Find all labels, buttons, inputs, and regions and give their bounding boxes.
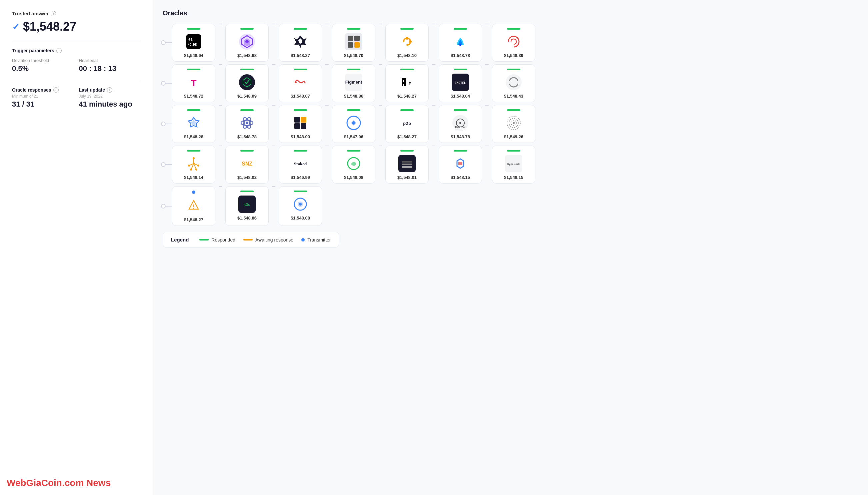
oracle-row-1: T $1,548.72 $1,548.09 $1,548.07 Figment … <box>163 64 859 102</box>
oracle-price-2-5: $1,548.78 <box>451 134 470 139</box>
oracle-card-2-2[interactable]: $1,548.00 <box>279 105 322 143</box>
oracle-card-0-5[interactable]: $1,548.78 <box>439 24 482 62</box>
svg-text:Staked: Staked <box>294 161 307 166</box>
oracle-card-1-0[interactable]: T $1,548.72 <box>172 64 215 102</box>
oracle-card-0-1[interactable]: $1,548.68 <box>226 24 269 62</box>
last-update: Last update i July 19, 2022 41 minutes a… <box>79 87 141 108</box>
last-update-info-icon[interactable]: i <box>107 87 112 92</box>
oracle-card-3-3[interactable]: $1,548.08 <box>332 146 375 184</box>
oracle-card-0-3[interactable]: $1,548.70 <box>332 24 375 62</box>
params-grid: Deviation threshold 0.5% Heartbeat 00 : … <box>12 58 141 73</box>
oracle-card-4-1[interactable]: t3c $1,548.86 <box>226 186 269 226</box>
oracle-card-0-0[interactable]: 01 NO.DE $1,548.64 <box>172 24 215 62</box>
svg-point-52 <box>352 121 355 124</box>
svg-rect-12 <box>348 42 353 48</box>
trusted-value: ✓ $1,548.27 <box>12 20 141 34</box>
status-bar <box>187 150 200 152</box>
deviation-label: Deviation threshold <box>12 58 74 63</box>
card-connector <box>272 24 276 24</box>
oracle-card-2-3[interactable]: $1,547.96 <box>332 105 375 143</box>
oracle-card-0-2[interactable]: $1,548.27 <box>279 24 322 62</box>
oracle-logo-starfish <box>185 155 202 172</box>
oracle-card-2-0[interactable]: $1,548.28 <box>172 105 215 143</box>
oracle-price-2-2: $1,548.00 <box>291 134 310 139</box>
oracle-card-2-6[interactable]: $1,549.26 <box>492 105 535 143</box>
oracle-row-0: 01 NO.DE $1,548.64 $1,548.68 $1,548.27 $… <box>163 24 859 62</box>
status-bar <box>400 69 414 70</box>
card-connector <box>326 64 329 65</box>
legend-label: Legend <box>171 237 189 242</box>
oracle-logo-crypto1 <box>238 74 256 91</box>
svg-point-73 <box>195 169 197 171</box>
oracle-card-1-6[interactable]: $1,548.43 <box>492 64 535 102</box>
oracle-price-3-1: $1,548.02 <box>237 175 257 180</box>
heartbeat-param: Heartbeat 00 : 18 : 13 <box>79 58 141 73</box>
oracle-card-1-4[interactable]: F $1,548.27 <box>385 64 429 102</box>
oracle-card-3-6[interactable]: SyncNode $1,548.15 <box>492 146 535 184</box>
oracle-price-2-6: $1,549.26 <box>504 134 523 139</box>
svg-text:p2p: p2p <box>403 121 411 126</box>
oracle-price-2-0: $1,548.28 <box>184 134 203 139</box>
transmitter-dot <box>192 190 195 194</box>
oracle-card-1-1[interactable]: $1,548.09 <box>226 64 269 102</box>
card-connector <box>485 64 489 65</box>
oracle-card-3-4[interactable]: $1,548.01 <box>385 146 429 184</box>
oracle-price-3-4: $1,548.01 <box>397 175 417 180</box>
svg-text:SNZ: SNZ <box>242 161 252 167</box>
legend-green-icon <box>199 239 208 240</box>
card-connector <box>432 146 435 146</box>
oracle-price-2-1: $1,548.78 <box>237 134 257 139</box>
oracle-card-0-6[interactable]: $1,548.39 <box>492 24 535 62</box>
status-bar <box>454 150 467 152</box>
status-bar <box>507 150 520 152</box>
oracle-card-4-2[interactable]: $1,548.08 <box>279 186 322 226</box>
oracle-price-0-3: $1,548.70 <box>344 53 363 58</box>
card-connector <box>432 105 435 106</box>
oracle-card-1-3[interactable]: Figment $1,548.86 <box>332 64 375 102</box>
card-connector <box>219 24 222 24</box>
oracle-responses-info-icon[interactable]: i <box>53 87 59 92</box>
oracle-card-1-2[interactable]: $1,548.07 <box>279 64 322 102</box>
oracle-card-0-4[interactable]: $1,548.10 <box>385 24 429 62</box>
oracle-card-3-0[interactable]: $1,548.14 <box>172 146 215 184</box>
legend-transmitter-text: Transmitter <box>307 237 331 242</box>
oracle-logo-linkpool <box>398 33 416 50</box>
oracle-card-4-0[interactable]: $1,548.27 <box>172 186 215 226</box>
legend-bar: Legend Responded Awaiting response Trans… <box>163 232 339 248</box>
status-bar <box>294 28 307 30</box>
oracle-logo-prophet: Prophet <box>452 114 469 132</box>
status-bar <box>507 109 520 111</box>
oracle-card-2-4[interactable]: p2p $1,548.27 <box>385 105 429 143</box>
oracle-logo-protofire <box>452 33 469 50</box>
svg-text:01: 01 <box>188 38 193 42</box>
trigger-params-info-icon[interactable]: i <box>56 48 62 53</box>
oracle-card-2-5[interactable]: Prophet $1,548.78 <box>439 105 482 143</box>
svg-point-25 <box>295 81 297 83</box>
svg-point-15 <box>406 37 408 40</box>
oracle-card-3-5[interactable]: $1,548.15 <box>439 146 482 184</box>
card-connector <box>379 24 382 24</box>
oracles-title: Oracles <box>163 9 859 17</box>
oracle-logo-coinone <box>505 74 522 91</box>
trusted-price: $1,548.27 <box>23 20 76 34</box>
oracle-logo-t3chn0: t3c <box>238 195 256 213</box>
left-panel: Trusted answer i ✓ $1,548.27 Trigger par… <box>0 0 153 495</box>
svg-text:SyncNode: SyncNode <box>507 163 520 166</box>
oracle-logo-figment: Figment <box>345 74 362 91</box>
svg-rect-11 <box>354 36 360 41</box>
last-update-text: Last update <box>79 87 105 92</box>
oracle-logo-layer2 <box>398 155 416 172</box>
oracle-card-1-5[interactable]: INOTEL $1,548.04 <box>439 64 482 102</box>
status-bar <box>294 190 307 192</box>
right-panel: Oracles 01 NO.DE $1,548.64 $1,548.68 $1,… <box>153 0 868 495</box>
status-bar <box>187 28 200 30</box>
oracle-price-1-2: $1,548.07 <box>291 93 310 99</box>
oracle-card-3-2[interactable]: Staked $1,546.99 <box>279 146 322 184</box>
oracle-card-2-1[interactable]: $1,548.78 <box>226 105 269 143</box>
trusted-answer-info-icon[interactable]: i <box>51 11 56 16</box>
svg-point-74 <box>190 169 192 171</box>
oracle-price-2-4: $1,548.27 <box>397 134 417 139</box>
cards-row-0: 01 NO.DE $1,548.64 $1,548.68 $1,548.27 $… <box>172 24 535 62</box>
oracle-logo-chainlink2 <box>452 155 469 172</box>
oracle-card-3-1[interactable]: SNZ $1,548.02 <box>226 146 269 184</box>
